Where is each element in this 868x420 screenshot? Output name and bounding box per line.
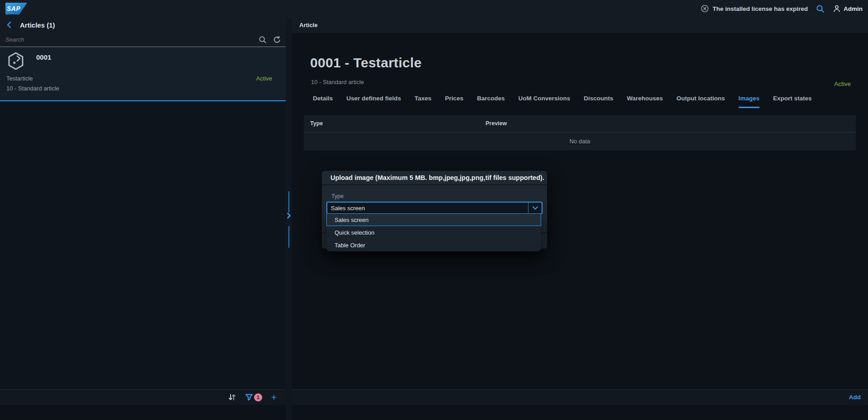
filter-control[interactable]: 1 — [245, 393, 262, 401]
type-select-value: Sales screen — [327, 203, 528, 213]
detail-panel-label: Article — [299, 22, 317, 28]
dialog-title: Upload image (Maximum 5 MB. bmp,jpeg,jpg… — [330, 174, 544, 181]
add-image-button[interactable]: Add — [849, 394, 868, 401]
refresh-icon[interactable] — [273, 36, 281, 44]
search-icon[interactable] — [816, 5, 825, 13]
detail-tab-bar: Details User defined fields Taxes Prices… — [313, 95, 812, 108]
list-header: Articles (1) — [0, 17, 286, 33]
product-hexagon-icon — [7, 52, 24, 71]
column-header-type[interactable]: Type — [304, 120, 486, 127]
tab-details[interactable]: Details — [313, 95, 333, 108]
panel-splitter[interactable] — [286, 17, 292, 420]
detail-header-strip: Article — [292, 17, 868, 33]
splitter-expand-chevron-icon[interactable] — [286, 212, 292, 219]
splitter-rail-bottom — [288, 226, 289, 248]
sap-logo-text: SAP — [5, 5, 20, 12]
tab-export-states[interactable]: Export states — [773, 95, 812, 108]
table-empty-row: No data — [304, 132, 856, 150]
back-chevron-icon[interactable] — [6, 21, 12, 28]
list-search-icon[interactable] — [259, 36, 267, 44]
article-list-panel: Articles (1) 0 — [0, 17, 286, 405]
article-subtitle: 10 - Standard article — [311, 79, 364, 85]
article-id: 0001 — [36, 53, 51, 61]
user-name: Admin — [844, 5, 863, 12]
search-input[interactable] — [5, 36, 252, 43]
type-select-dropdown: Sales screen Quick selection Table Order — [326, 213, 541, 251]
user-menu[interactable]: Admin — [833, 5, 863, 13]
add-article-button[interactable]: + — [271, 392, 277, 402]
article-status: Active — [834, 80, 851, 87]
table-header-row: Type Preview — [304, 115, 856, 132]
error-circle-icon — [701, 5, 709, 13]
article-title: 0001 - Testarticle — [310, 55, 422, 71]
app-window: SAP The installed license has expired — [0, 0, 868, 420]
tab-uom-conversions[interactable]: UoM Conversions — [518, 95, 570, 108]
splitter-rail-top — [288, 191, 289, 212]
option-quick-selection[interactable]: Quick selection — [326, 226, 541, 239]
dialog-header: Upload image (Maximum 5 MB. bmp,jpeg,jpg… — [322, 171, 547, 185]
tab-barcodes[interactable]: Barcodes — [477, 95, 505, 108]
select-chevron-down-icon[interactable] — [528, 203, 542, 213]
type-field-label: Type — [331, 193, 542, 199]
sap-logo: SAP — [5, 3, 27, 14]
option-table-order[interactable]: Table Order — [326, 239, 541, 251]
column-header-preview[interactable]: Preview — [486, 120, 507, 127]
top-bar: SAP The installed license has expired — [0, 0, 868, 17]
tab-output-locations[interactable]: Output locations — [676, 95, 725, 108]
license-message-text: The installed license has expired — [712, 5, 808, 12]
tab-images[interactable]: Images — [739, 95, 760, 108]
images-table: Type Preview No data — [304, 115, 856, 150]
article-category: 10 - Standard article — [6, 85, 59, 92]
tab-prices[interactable]: Prices — [445, 95, 463, 108]
list-title: Articles (1) — [20, 21, 55, 29]
filter-funnel-icon — [245, 393, 253, 401]
tab-discounts[interactable]: Discounts — [584, 95, 613, 108]
list-footer-bar: 1 + — [0, 389, 286, 405]
no-data-text: No data — [570, 138, 590, 145]
tab-taxes[interactable]: Taxes — [415, 95, 431, 108]
search-row — [0, 33, 286, 47]
option-sales-screen[interactable]: Sales screen — [326, 213, 541, 226]
person-icon — [833, 5, 841, 13]
list-footer-actions: 1 + — [228, 392, 286, 402]
article-status-badge: Active — [256, 75, 272, 82]
topbar-right-group: The installed license has expired Admin — [701, 5, 863, 13]
tab-warehouses[interactable]: Warehouses — [627, 95, 663, 108]
sort-icon[interactable] — [228, 393, 236, 401]
type-select[interactable]: Sales screen — [326, 202, 542, 214]
article-list-item[interactable]: 0001 Testarticle 10 - Standard article A… — [0, 47, 286, 101]
article-name: Testarticle — [6, 75, 33, 82]
dialog-body: Type Sales screen — [322, 193, 547, 214]
license-message: The installed license has expired — [701, 5, 808, 13]
detail-footer-bar: Add — [292, 389, 868, 405]
filter-count-badge: 1 — [254, 393, 262, 401]
tab-user-defined-fields[interactable]: User defined fields — [346, 95, 401, 108]
